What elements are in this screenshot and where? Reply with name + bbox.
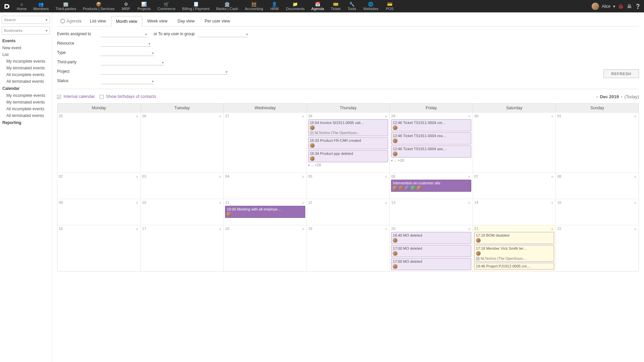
calendar-cell[interactable]: 07+: [473, 173, 556, 199]
more-events-link[interactable]: ... +20: [308, 163, 388, 167]
sidebar-item[interactable]: List: [2, 51, 50, 58]
calendar-cell[interactable]: 06+Intervention on customer site: [389, 173, 473, 199]
add-event-button[interactable]: +: [551, 200, 553, 205]
add-event-button[interactable]: +: [302, 114, 305, 119]
topnav-accounting[interactable]: 🧮Accounting: [241, 0, 266, 12]
add-event-button[interactable]: +: [136, 226, 138, 232]
calendar-event[interactable]: 17:00 MO deleted: [391, 258, 471, 270]
sidebar-subitem[interactable]: All incomplete events: [2, 106, 50, 112]
calendar-cell[interactable]: 26+: [141, 112, 224, 173]
calendar-cell[interactable]: 30+: [473, 112, 556, 173]
user-name[interactable]: Alice: [602, 4, 610, 9]
add-event-button[interactable]: +: [385, 200, 387, 205]
add-event-button[interactable]: +: [302, 174, 305, 179]
add-event-button[interactable]: +: [219, 174, 221, 179]
topnav-mrp[interactable]: ⚙MRP: [118, 0, 134, 12]
calendar-event[interactable]: 16:34 Product ppp deleted: [308, 150, 388, 162]
calendar-event[interactable]: 17:18 BOM disabled: [474, 232, 554, 244]
topnav-third-parties[interactable]: 🏢Third-parties: [52, 0, 79, 12]
calendar-event[interactable]: 12:46 Ticket TS1911-0004 cre…: [391, 119, 471, 131]
add-event-button[interactable]: +: [385, 226, 387, 232]
tab-month-view[interactable]: Month view: [111, 16, 142, 26]
calendar-cell[interactable]: 20+16:40 MO deleted17:00 MO deleted17:00…: [389, 225, 473, 271]
add-event-button[interactable]: +: [468, 174, 471, 179]
calendar-event[interactable]: 17:18 Member Vick Smith ter…NLTechno (Th…: [474, 245, 554, 262]
sidebar-subitem[interactable]: All terminated events: [2, 112, 50, 119]
calendar-cell[interactable]: 21+17:18 BOM disabled17:18 Member Vick S…: [473, 225, 556, 271]
user-menu-caret[interactable]: ▾: [613, 4, 615, 9]
sidebar-subitem[interactable]: My incomplete events: [2, 92, 50, 99]
calendar-cell[interactable]: 01+: [555, 112, 639, 173]
add-event-button[interactable]: +: [468, 200, 471, 205]
sidebar-subitem[interactable]: My terminated events: [2, 65, 50, 71]
calendar-cell[interactable]: 28+15:54 Invoice SI1911-0005 vali…NLTech…: [307, 112, 390, 173]
sidebar-subitem[interactable]: All terminated events: [2, 78, 50, 85]
topnav-pos[interactable]: 💳POS: [382, 0, 398, 12]
add-event-button[interactable]: +: [634, 200, 637, 205]
add-event-button[interactable]: +: [302, 226, 305, 232]
calendar-event[interactable]: 12:46 Ticket TS1911-0004 rea…: [391, 132, 471, 144]
calendar-cell[interactable]: 19+: [307, 225, 390, 271]
calendar-cell[interactable]: 25+: [57, 112, 141, 173]
topnav-ticket[interactable]: 🎫Ticket: [327, 0, 344, 12]
filter-assigned-select[interactable]: [101, 31, 148, 37]
tab-per-user-view[interactable]: Per user view: [200, 16, 235, 26]
add-event-button[interactable]: +: [136, 174, 138, 179]
add-event-button[interactable]: +: [551, 174, 553, 179]
topnav-projects[interactable]: 📊Projects: [134, 0, 154, 12]
sidebar-subitem[interactable]: All incomplete events: [2, 71, 50, 78]
filter-thirdparty-select[interactable]: [101, 59, 164, 65]
calendar-cell[interactable]: 05+: [307, 173, 390, 199]
filter-project-select[interactable]: [101, 68, 228, 75]
filter-type-select[interactable]: [101, 49, 154, 56]
calendar-event[interactable]: 10:00 Meeting with all employe…: [225, 206, 305, 218]
sidebar-head-events[interactable]: Events: [2, 37, 50, 45]
bookmarks-select[interactable]: Bookmarks: [2, 26, 50, 35]
add-event-button[interactable]: +: [385, 114, 387, 119]
calendar-cell[interactable]: 29+12:46 Ticket TS1911-0004 cre…12:46 Ti…: [389, 112, 473, 173]
today-link[interactable]: (Today): [625, 94, 639, 99]
calendar-event[interactable]: Intervention on customer site: [391, 180, 471, 192]
topnav-tools[interactable]: 🔧Tools: [344, 0, 360, 12]
calendar-cell[interactable]: 18+: [223, 225, 307, 271]
prev-month-button[interactable]: ‹: [596, 94, 598, 99]
calendar-cell[interactable]: 16+: [57, 225, 141, 271]
add-event-button[interactable]: +: [219, 226, 221, 232]
calendar-cell[interactable]: 13+: [389, 199, 473, 225]
help-icon[interactable]: ❔: [635, 4, 641, 9]
calendar-cell[interactable]: 08+: [555, 173, 639, 199]
calendar-cell[interactable]: 27+: [223, 112, 307, 173]
calendar-cell[interactable]: 12+: [307, 199, 390, 225]
app-logo[interactable]: [0, 0, 13, 12]
add-event-button[interactable]: +: [468, 114, 471, 119]
calendar-cell[interactable]: 17+: [141, 225, 224, 271]
print-icon[interactable]: 🖶: [627, 4, 632, 9]
topnav-websites[interactable]: 🌐Websites: [360, 0, 382, 12]
sidebar-item[interactable]: New event: [2, 45, 50, 51]
calendar-cell[interactable]: 14+: [473, 199, 556, 225]
user-avatar[interactable]: [592, 3, 599, 10]
tab-day-view[interactable]: Day view: [172, 16, 200, 26]
topnav-banks-cash[interactable]: 🏦Banks | Cash: [213, 0, 241, 12]
calendar-cell[interactable]: 22+: [555, 225, 639, 271]
calendar-event[interactable]: 17:00 MO deleted: [391, 245, 471, 257]
calendar-cell[interactable]: 11+10:00 Meeting with all employe…: [223, 199, 307, 225]
topnav-members[interactable]: 👥Members: [30, 0, 52, 12]
calendar-cell[interactable]: 15+: [555, 199, 639, 225]
filter-group-select[interactable]: [198, 31, 249, 37]
topnav-home[interactable]: ⌂Home: [13, 0, 30, 12]
add-event-button[interactable]: +: [634, 114, 637, 119]
sidebar-head-calendar[interactable]: Calendar: [2, 85, 50, 92]
add-event-button[interactable]: +: [219, 200, 221, 205]
add-event-button[interactable]: +: [634, 174, 637, 179]
bug-icon[interactable]: 🐞: [618, 4, 624, 9]
add-event-button[interactable]: +: [551, 226, 553, 232]
opt-internal-calendar[interactable]: Internal calendar: [57, 94, 95, 99]
add-event-button[interactable]: +: [551, 114, 553, 119]
add-event-button[interactable]: +: [302, 200, 305, 205]
calendar-cell[interactable]: 10+: [141, 199, 224, 225]
calendar-event[interactable]: 16:33 Product FR-CAR created: [308, 137, 388, 149]
add-event-button[interactable]: +: [634, 226, 637, 232]
calendar-cell[interactable]: 02+: [57, 173, 141, 199]
add-event-button[interactable]: +: [385, 174, 387, 179]
